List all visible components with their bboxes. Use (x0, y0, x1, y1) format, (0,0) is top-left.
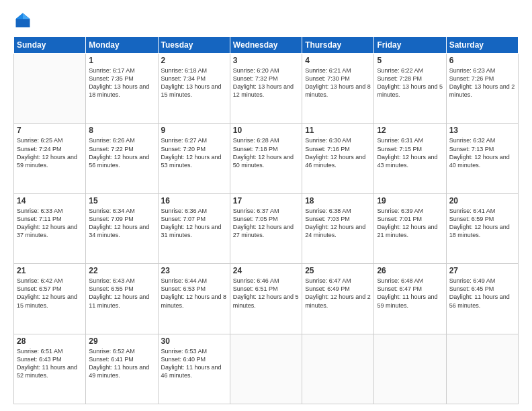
day-number: 24 (233, 266, 299, 275)
cell-info: Sunrise: 6:34 AM Sunset: 7:09 PM Dayligh… (89, 207, 154, 240)
day-number: 19 (377, 196, 443, 205)
cell-info: Sunrise: 6:32 AM Sunset: 7:13 PM Dayligh… (449, 136, 515, 169)
calendar-cell: 12Sunrise: 6:31 AM Sunset: 7:15 PM Dayli… (374, 124, 446, 193)
calendar-cell: 16Sunrise: 6:36 AM Sunset: 7:07 PM Dayli… (158, 193, 230, 263)
calendar-cell: 30Sunrise: 6:53 AM Sunset: 6:40 PM Dayli… (158, 334, 230, 404)
calendar-cell: 22Sunrise: 6:43 AM Sunset: 6:55 PM Dayli… (86, 264, 158, 334)
cell-info: Sunrise: 6:44 AM Sunset: 6:53 PM Dayligh… (161, 277, 227, 310)
day-number: 23 (161, 266, 227, 275)
col-header-sunday: Sunday (14, 37, 86, 54)
calendar-cell (230, 334, 302, 404)
cell-info: Sunrise: 6:21 AM Sunset: 7:30 PM Dayligh… (305, 66, 371, 99)
calendar-week-2: 14Sunrise: 6:33 AM Sunset: 7:11 PM Dayli… (14, 193, 519, 263)
day-number: 28 (17, 336, 83, 346)
cell-info: Sunrise: 6:23 AM Sunset: 7:26 PM Dayligh… (449, 66, 515, 99)
calendar-week-4: 28Sunrise: 6:51 AM Sunset: 6:43 PM Dayli… (14, 334, 519, 404)
col-header-saturday: Saturday (446, 37, 518, 54)
day-number: 27 (449, 266, 515, 275)
calendar-cell: 27Sunrise: 6:49 AM Sunset: 6:45 PM Dayli… (446, 264, 518, 334)
cell-info: Sunrise: 6:22 AM Sunset: 7:28 PM Dayligh… (377, 66, 443, 99)
calendar-cell: 2Sunrise: 6:18 AM Sunset: 7:34 PM Daylig… (158, 54, 230, 124)
calendar-cell: 6Sunrise: 6:23 AM Sunset: 7:26 PM Daylig… (446, 54, 518, 124)
cell-info: Sunrise: 6:39 AM Sunset: 7:01 PM Dayligh… (377, 207, 443, 240)
day-number: 13 (449, 126, 515, 135)
header (13, 11, 519, 30)
day-number: 20 (449, 196, 515, 205)
cell-info: Sunrise: 6:47 AM Sunset: 6:49 PM Dayligh… (305, 277, 371, 310)
calendar-cell: 3Sunrise: 6:20 AM Sunset: 7:32 PM Daylig… (230, 54, 302, 124)
calendar-cell: 28Sunrise: 6:51 AM Sunset: 6:43 PM Dayli… (14, 334, 86, 404)
cell-info: Sunrise: 6:27 AM Sunset: 7:20 PM Dayligh… (161, 136, 227, 169)
calendar-cell (302, 334, 374, 404)
calendar-cell: 17Sunrise: 6:37 AM Sunset: 7:05 PM Dayli… (230, 193, 302, 263)
cell-info: Sunrise: 6:52 AM Sunset: 6:41 PM Dayligh… (89, 347, 154, 380)
day-number: 7 (17, 126, 83, 135)
cell-info: Sunrise: 6:53 AM Sunset: 6:40 PM Dayligh… (161, 347, 227, 380)
calendar-week-0: 1Sunrise: 6:17 AM Sunset: 7:35 PM Daylig… (14, 54, 519, 124)
day-number: 14 (17, 196, 83, 205)
calendar-cell: 25Sunrise: 6:47 AM Sunset: 6:49 PM Dayli… (302, 264, 374, 334)
day-number: 3 (233, 56, 299, 65)
calendar-header-row: SundayMondayTuesdayWednesdayThursdayFrid… (14, 37, 519, 54)
cell-info: Sunrise: 6:41 AM Sunset: 6:59 PM Dayligh… (449, 207, 515, 240)
day-number: 15 (89, 196, 154, 205)
cell-info: Sunrise: 6:31 AM Sunset: 7:15 PM Dayligh… (377, 136, 443, 169)
day-number: 26 (377, 266, 443, 275)
calendar-cell: 8Sunrise: 6:26 AM Sunset: 7:22 PM Daylig… (86, 124, 158, 193)
cell-info: Sunrise: 6:33 AM Sunset: 7:11 PM Dayligh… (17, 207, 83, 240)
col-header-friday: Friday (374, 37, 446, 54)
cell-info: Sunrise: 6:42 AM Sunset: 6:57 PM Dayligh… (17, 277, 83, 310)
day-number: 10 (233, 126, 299, 135)
calendar-cell: 29Sunrise: 6:52 AM Sunset: 6:41 PM Dayli… (86, 334, 158, 404)
col-header-wednesday: Wednesday (230, 37, 302, 54)
calendar-cell: 11Sunrise: 6:30 AM Sunset: 7:16 PM Dayli… (302, 124, 374, 193)
cell-info: Sunrise: 6:20 AM Sunset: 7:32 PM Dayligh… (233, 66, 299, 99)
cell-info: Sunrise: 6:37 AM Sunset: 7:05 PM Dayligh… (233, 207, 299, 240)
day-number: 12 (377, 126, 443, 135)
col-header-tuesday: Tuesday (158, 37, 230, 54)
calendar-cell (374, 334, 446, 404)
svg-marker-2 (16, 13, 24, 19)
day-number: 18 (305, 196, 371, 205)
day-number: 22 (89, 266, 154, 275)
cell-info: Sunrise: 6:43 AM Sunset: 6:55 PM Dayligh… (89, 277, 154, 310)
day-number: 4 (305, 56, 371, 65)
day-number: 29 (89, 336, 154, 346)
calendar-cell: 5Sunrise: 6:22 AM Sunset: 7:28 PM Daylig… (374, 54, 446, 124)
svg-marker-1 (23, 13, 30, 19)
calendar-cell: 20Sunrise: 6:41 AM Sunset: 6:59 PM Dayli… (446, 193, 518, 263)
cell-info: Sunrise: 6:46 AM Sunset: 6:51 PM Dayligh… (233, 277, 299, 310)
cell-info: Sunrise: 6:38 AM Sunset: 7:03 PM Dayligh… (305, 207, 371, 240)
cell-info: Sunrise: 6:51 AM Sunset: 6:43 PM Dayligh… (17, 347, 83, 380)
cell-info: Sunrise: 6:18 AM Sunset: 7:34 PM Dayligh… (161, 66, 227, 99)
day-number: 17 (233, 196, 299, 205)
cell-info: Sunrise: 6:17 AM Sunset: 7:35 PM Dayligh… (89, 66, 154, 99)
cell-info: Sunrise: 6:49 AM Sunset: 6:45 PM Dayligh… (449, 277, 515, 310)
cell-info: Sunrise: 6:48 AM Sunset: 6:47 PM Dayligh… (377, 277, 443, 310)
calendar-week-3: 21Sunrise: 6:42 AM Sunset: 6:57 PM Dayli… (14, 264, 519, 334)
day-number: 21 (17, 266, 83, 275)
page: SundayMondayTuesdayWednesdayThursdayFrid… (0, 0, 532, 411)
calendar-cell (14, 54, 86, 124)
cell-info: Sunrise: 6:26 AM Sunset: 7:22 PM Dayligh… (89, 136, 154, 169)
logo (13, 11, 35, 30)
cell-info: Sunrise: 6:36 AM Sunset: 7:07 PM Dayligh… (161, 207, 227, 240)
day-number: 5 (377, 56, 443, 65)
calendar-cell: 18Sunrise: 6:38 AM Sunset: 7:03 PM Dayli… (302, 193, 374, 263)
logo-icon (13, 11, 32, 30)
calendar-cell: 10Sunrise: 6:28 AM Sunset: 7:18 PM Dayli… (230, 124, 302, 193)
calendar-cell: 15Sunrise: 6:34 AM Sunset: 7:09 PM Dayli… (86, 193, 158, 263)
calendar-table: SundayMondayTuesdayWednesdayThursdayFrid… (13, 36, 519, 404)
calendar-cell: 1Sunrise: 6:17 AM Sunset: 7:35 PM Daylig… (86, 54, 158, 124)
day-number: 6 (449, 56, 515, 65)
day-number: 25 (305, 266, 371, 275)
day-number: 9 (161, 126, 227, 135)
calendar-cell: 23Sunrise: 6:44 AM Sunset: 6:53 PM Dayli… (158, 264, 230, 334)
calendar-cell: 7Sunrise: 6:25 AM Sunset: 7:24 PM Daylig… (14, 124, 86, 193)
day-number: 11 (305, 126, 371, 135)
calendar-week-1: 7Sunrise: 6:25 AM Sunset: 7:24 PM Daylig… (14, 124, 519, 193)
calendar-cell (446, 334, 518, 404)
col-header-monday: Monday (86, 37, 158, 54)
day-number: 1 (89, 56, 154, 65)
calendar-cell: 4Sunrise: 6:21 AM Sunset: 7:30 PM Daylig… (302, 54, 374, 124)
